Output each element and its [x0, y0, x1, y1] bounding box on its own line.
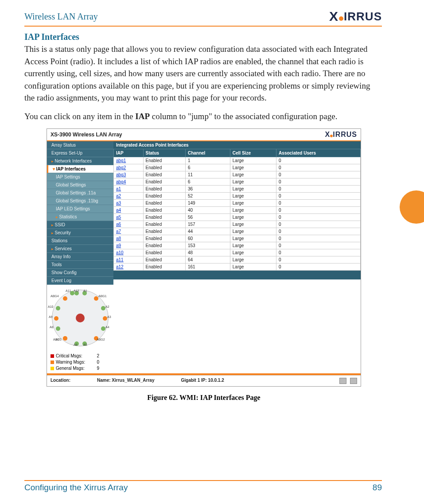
- iap-link[interactable]: a11: [114, 256, 144, 264]
- save-icon[interactable]: [350, 378, 357, 384]
- nav-stations[interactable]: Stations: [47, 237, 113, 245]
- nav-tools[interactable]: Tools: [47, 261, 113, 269]
- nav-network-interfaces[interactable]: Network Interfaces: [47, 157, 113, 165]
- nav-array-status[interactable]: Array Status: [47, 141, 113, 149]
- iap-link[interactable]: abg1: [114, 157, 144, 164]
- col-cellsize: Cell Size: [230, 149, 276, 157]
- col-channel: Channel: [185, 149, 230, 157]
- table-row: a7Enabled44Large0: [114, 228, 361, 235]
- iap-link[interactable]: a7: [114, 228, 144, 235]
- table-row: a11Enabled64Large0: [114, 256, 361, 264]
- paragraph-2: You can click on any item in the IAP col…: [24, 110, 382, 123]
- table-footer-bar: [113, 271, 361, 279]
- table-row: a5Enabled56Large0: [114, 214, 361, 221]
- section-heading: IAP Interfaces: [24, 32, 382, 42]
- table-title: Integrated Access Point Interfaces: [113, 141, 361, 149]
- doc-title: Wireless LAN Array: [24, 12, 98, 22]
- table-row: abg3Enabled11Large0: [114, 171, 361, 178]
- page-number: 89: [373, 483, 382, 492]
- nav-security[interactable]: Security: [47, 229, 113, 237]
- iap-link[interactable]: abg3: [114, 171, 144, 178]
- iap-link[interactable]: a2: [114, 193, 144, 200]
- nav-services[interactable]: Services: [47, 245, 113, 253]
- iap-link[interactable]: a8: [114, 235, 144, 242]
- table-row: a6Enabled157Large0: [114, 221, 361, 228]
- brand-logo: XXIRRUSIRRUS: [329, 9, 382, 24]
- table-row: a8Enabled60Large0: [114, 235, 361, 242]
- nav-iap-interfaces[interactable]: IAP Interfaces: [47, 165, 113, 173]
- wmi-screenshot: XS-3900 Wireless LAN Array XIRRUS Array …: [47, 128, 361, 387]
- nav-show-config[interactable]: Show Config: [47, 269, 113, 277]
- table-row: abg2Enabled6Large0: [114, 164, 361, 171]
- message-counts: Critical Msgs:2 Warning Msgs:0 General M…: [47, 351, 113, 373]
- iap-link[interactable]: a5: [114, 214, 144, 221]
- iap-link[interactable]: abg4: [114, 178, 144, 186]
- nav-event-log[interactable]: Event Log: [47, 277, 113, 285]
- col-status: Status: [143, 149, 185, 157]
- iap-link[interactable]: abg2: [114, 164, 144, 171]
- col-users: Associated Users: [276, 149, 361, 157]
- col-iap: IAP: [114, 149, 144, 157]
- iap-table: IAP Status Channel Cell Size Associated …: [113, 149, 361, 271]
- table-row: a2Enabled52Large0: [114, 193, 361, 200]
- product-name: XS-3900 Wireless LAN Array: [51, 132, 122, 138]
- nav-iap-led-settings[interactable]: IAP LED Settings: [47, 205, 113, 213]
- figure-caption: Figure 62. WMI: IAP Interfaces Page: [47, 394, 361, 402]
- nav-global-settings[interactable]: Global Settings: [47, 181, 113, 189]
- iap-link[interactable]: a6: [114, 221, 144, 228]
- table-row: a4Enabled40Large0: [114, 207, 361, 214]
- table-row: abg1Enabled1Large0: [114, 157, 361, 164]
- nav-menu: Array Status Express Set-Up Network Inte…: [47, 141, 113, 285]
- iap-link[interactable]: a3: [114, 200, 144, 207]
- iap-link[interactable]: a1: [114, 186, 144, 193]
- table-row: a10Enabled48Large0: [114, 249, 361, 256]
- nav-ssid[interactable]: SSID: [47, 221, 113, 229]
- nav-express-setup[interactable]: Express Set-Up: [47, 149, 113, 157]
- table-row: a9Enabled153Large0: [114, 242, 361, 249]
- iap-link[interactable]: a9: [114, 242, 144, 249]
- screenshot-logo: XIRRUS: [325, 131, 357, 139]
- status-ip: Gigabit 1 IP: 10.0.1.2: [181, 378, 224, 384]
- table-row: a3Enabled149Large0: [114, 200, 361, 207]
- iap-link[interactable]: a10: [114, 249, 144, 256]
- nav-array-info[interactable]: Array Info: [47, 253, 113, 261]
- nav-statistics[interactable]: Statistics: [47, 213, 113, 221]
- table-row: a1Enabled36Large0: [114, 186, 361, 193]
- footer-text: Configuring the Xirrus Array: [24, 483, 128, 492]
- header-rule: [24, 26, 382, 27]
- nav-iap-settings[interactable]: IAP Settings: [47, 173, 113, 181]
- nav-global-settings-11a[interactable]: Global Settings .11a: [47, 189, 113, 197]
- status-name: Name: Xirrus_WLAN_Array: [97, 378, 155, 384]
- table-row: a12Enabled161Large0: [114, 264, 361, 271]
- nav-global-settings-11bg[interactable]: Global Settings .11bg: [47, 197, 113, 205]
- iap-link[interactable]: a4: [114, 207, 144, 214]
- print-icon[interactable]: [339, 378, 346, 384]
- page-tab-marker: [400, 190, 424, 224]
- iap-link[interactable]: a12: [114, 264, 144, 271]
- table-row: abg4Enabled6Large0: [114, 178, 361, 186]
- status-location: Location:: [51, 378, 70, 384]
- paragraph-1: This is a status only page that allows y…: [24, 43, 382, 104]
- radio-diagram: A12 A1 ABG1 A2 A3 A4 ABG2: [47, 285, 113, 351]
